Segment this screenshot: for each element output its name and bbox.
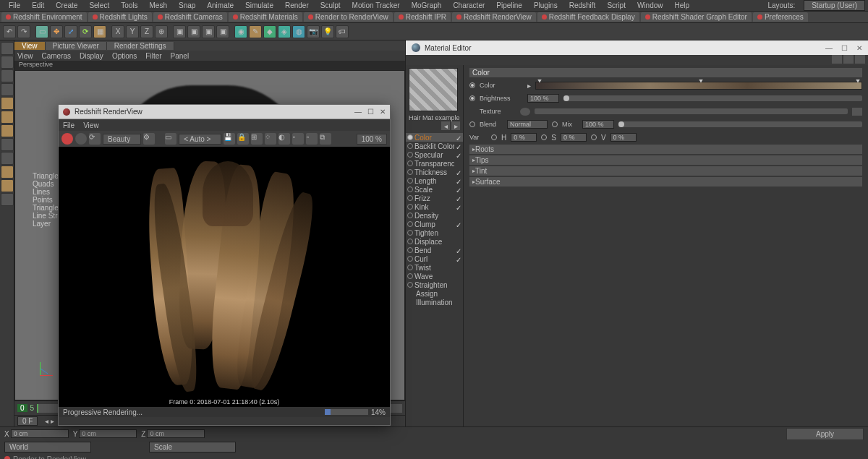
collapse-roots[interactable]: Roots bbox=[469, 145, 862, 154]
channel-straighten[interactable]: Straighten bbox=[406, 280, 463, 289]
tab-rs-ipr[interactable]: Redshift IPR bbox=[394, 12, 451, 22]
world-dropdown[interactable]: World bbox=[4, 442, 91, 452]
texture-mode-icon[interactable] bbox=[1, 69, 14, 82]
v-field[interactable]: 0 % bbox=[610, 133, 637, 142]
brightness-radio[interactable] bbox=[469, 95, 475, 101]
channel-bend[interactable]: Bend✓ bbox=[406, 246, 463, 254]
texture-field[interactable] bbox=[535, 108, 848, 114]
menu-tools[interactable]: Tools bbox=[115, 1, 143, 9]
scale-dropdown[interactable]: Scale bbox=[149, 442, 236, 452]
color-gradient[interactable] bbox=[535, 82, 862, 90]
rv-picker-button[interactable]: ⁘ bbox=[265, 133, 276, 145]
tab-render-to-renderview[interactable]: Render to RenderView bbox=[304, 12, 393, 22]
menu-snap[interactable]: Snap bbox=[173, 1, 201, 9]
mat-next-icon[interactable] bbox=[843, 55, 854, 64]
menu-file[interactable]: File bbox=[3, 1, 26, 9]
frame-field[interactable]: 0 F bbox=[17, 416, 38, 426]
vmenu-display[interactable]: Display bbox=[80, 52, 103, 60]
rv-bucket-dropdown[interactable]: < Auto > bbox=[179, 134, 221, 145]
channel-length[interactable]: Length✓ bbox=[406, 176, 463, 185]
rv-play-button[interactable] bbox=[75, 133, 87, 145]
rv-snapshot-b-button[interactable]: ▫ bbox=[306, 133, 318, 145]
menu-script[interactable]: Script bbox=[601, 1, 631, 9]
menu-simulate[interactable]: Simulate bbox=[239, 1, 279, 9]
viewtab-view[interactable]: View bbox=[14, 42, 46, 50]
rv-settings-button[interactable]: ⚙ bbox=[143, 133, 155, 145]
menu-plugins[interactable]: Plugins bbox=[528, 1, 563, 9]
vmenu-view[interactable]: View bbox=[17, 52, 33, 60]
menu-mesh[interactable]: Mesh bbox=[144, 1, 173, 9]
tab-rs-feedback[interactable]: Redshift Feedback Display bbox=[537, 12, 639, 22]
z-field[interactable] bbox=[147, 429, 205, 438]
rv-minimize-icon[interactable]: — bbox=[354, 108, 362, 116]
tab-rs-environment[interactable]: Redshift Environment bbox=[1, 12, 87, 22]
channel-tighten[interactable]: Tighten bbox=[406, 228, 463, 237]
collapse-tint[interactable]: Tint bbox=[469, 166, 862, 176]
axis-y-toggle[interactable]: Y bbox=[126, 25, 139, 38]
channel-specular[interactable]: Specular✓ bbox=[406, 150, 463, 159]
vmenu-panel[interactable]: Panel bbox=[171, 52, 190, 60]
mat-name-label[interactable]: Hair Mat example bbox=[406, 114, 463, 121]
recent-tool[interactable]: ▦ bbox=[93, 25, 106, 38]
collapse-surface[interactable]: Surface bbox=[469, 177, 862, 186]
collapse-tips[interactable]: Tips bbox=[469, 155, 862, 165]
brightness-field[interactable]: 100 % bbox=[527, 94, 559, 103]
rv-stop-button[interactable] bbox=[61, 133, 73, 145]
channel-frizz[interactable]: Frizz✓ bbox=[406, 194, 463, 202]
menu-redshift[interactable]: Redshift bbox=[563, 1, 602, 9]
rv-zoom-dropdown[interactable]: 100 % bbox=[357, 134, 387, 145]
workplane-mode-icon[interactable] bbox=[1, 83, 14, 96]
locked-workplane-icon[interactable] bbox=[1, 193, 14, 206]
render-pv-button[interactable]: ▣ bbox=[202, 25, 215, 38]
timeline-start[interactable]: 0 bbox=[17, 404, 27, 412]
apply-button[interactable]: Apply bbox=[786, 428, 864, 440]
viewport-solo-icon[interactable] bbox=[1, 152, 14, 165]
minimize-icon[interactable]: — bbox=[825, 44, 833, 52]
tab-rs-shader-graph[interactable]: Redshift Shader Graph Editor bbox=[641, 12, 752, 22]
rv-menu-view[interactable]: View bbox=[83, 121, 99, 129]
mat-next-button[interactable]: ▸ bbox=[451, 121, 460, 130]
menu-animate[interactable]: Animate bbox=[201, 1, 239, 9]
menu-window[interactable]: Window bbox=[631, 1, 669, 9]
primitive-button[interactable]: ◉ bbox=[234, 25, 247, 38]
channel-backlit-color[interactable]: Backlit Color✓ bbox=[406, 142, 463, 150]
mat-preview-thumb[interactable] bbox=[409, 68, 458, 111]
poly-mode-icon[interactable] bbox=[1, 124, 14, 137]
rv-region-button[interactable]: ▭ bbox=[165, 133, 176, 145]
rv-close-icon[interactable]: ✕ bbox=[380, 108, 386, 116]
var-v-radio[interactable] bbox=[591, 134, 597, 140]
rv-maximize-icon[interactable]: ☐ bbox=[367, 108, 374, 116]
axis-x-toggle[interactable]: X bbox=[111, 25, 124, 38]
mat-prev-button[interactable]: ◂ bbox=[441, 121, 450, 130]
rv-lock-button[interactable]: 🔒 bbox=[237, 133, 249, 145]
channel-kink[interactable]: Kink✓ bbox=[406, 202, 463, 211]
menu-mograph[interactable]: MoGraph bbox=[406, 1, 448, 9]
vmenu-options[interactable]: Options bbox=[112, 52, 137, 60]
menu-motion-tracker[interactable]: Motion Tracker bbox=[346, 1, 406, 9]
select-tool[interactable]: ▭ bbox=[35, 25, 48, 38]
edge-mode-icon[interactable] bbox=[1, 111, 14, 124]
object-mode-icon[interactable] bbox=[1, 56, 14, 69]
rotate-tool[interactable]: ⟳ bbox=[79, 25, 92, 38]
channel-assign[interactable]: Assign bbox=[406, 289, 463, 298]
channel-color[interactable]: Color✓ bbox=[406, 133, 463, 142]
mix-radio[interactable] bbox=[552, 121, 558, 127]
tag-button[interactable]: 🏷 bbox=[336, 25, 349, 38]
point-mode-icon[interactable] bbox=[1, 97, 14, 110]
rv-titlebar[interactable]: Redshift RenderView — ☐ ✕ bbox=[59, 105, 390, 119]
channel-clump[interactable]: Clump✓ bbox=[406, 220, 463, 228]
rv-grid-button[interactable]: ⊞ bbox=[251, 133, 263, 145]
viewtab-render-settings[interactable]: Render Settings bbox=[107, 42, 174, 50]
channel-displace[interactable]: Displace bbox=[406, 237, 463, 246]
rv-compare-button[interactable]: ⧉ bbox=[320, 133, 331, 145]
vmenu-cameras[interactable]: Cameras bbox=[42, 52, 72, 60]
render-button[interactable]: ▣ bbox=[187, 25, 200, 38]
mix-field[interactable]: 100 % bbox=[582, 120, 614, 129]
color-radio[interactable] bbox=[469, 82, 475, 88]
rv-menu-file[interactable]: File bbox=[63, 121, 75, 129]
tab-rs-cameras[interactable]: Redshift Cameras bbox=[153, 12, 227, 22]
menu-character[interactable]: Character bbox=[447, 1, 490, 9]
light-button[interactable]: 💡 bbox=[321, 25, 334, 38]
spline-button[interactable]: ✎ bbox=[249, 25, 262, 38]
enable-axis-icon[interactable] bbox=[1, 138, 14, 151]
